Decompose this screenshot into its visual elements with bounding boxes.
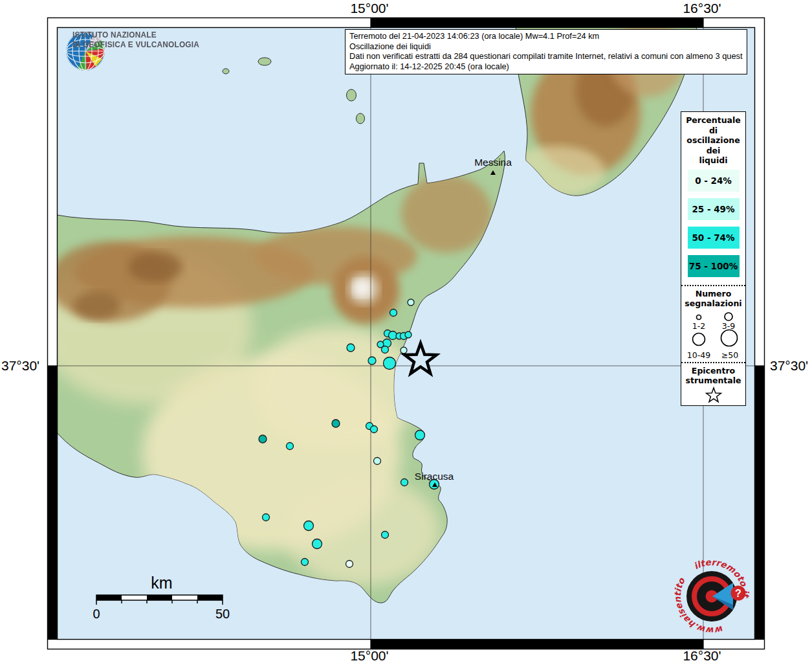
tick-label-top-15: 15°00' <box>350 1 388 16</box>
data-notice: Dati non verificati estratti da 284 ques… <box>349 51 743 62</box>
report-dot <box>332 420 340 427</box>
legend-classes: 0 - 24%25 - 49%50 - 74%75 - 100% <box>681 166 745 285</box>
legend-size-symbols: 1-2 3-9 10-49 ≥50 <box>682 309 745 362</box>
scale-bar: km 0 50 <box>78 574 246 607</box>
ingv-name-line2: DI GEOFISICA E VULCANOLOGIA <box>72 40 199 50</box>
report-dot <box>405 332 411 338</box>
legend-title: Percentuale di oscillazione dei liquidi <box>681 112 745 166</box>
legend-class-swatch: 50 - 74% <box>688 227 740 249</box>
event-info-box: Terremoto del 21-04-2023 14:06:23 (ora l… <box>345 29 747 74</box>
tick-label-bottom-15: 15°00' <box>350 648 388 663</box>
ingv-name-line1: ISTITUTO NAZIONALE <box>72 30 199 40</box>
legend-class-label: 75 - 100% <box>689 261 738 271</box>
scale-start-label: 0 <box>93 607 100 622</box>
legend-class-swatch: 0 - 24% <box>688 170 740 192</box>
city-label: Siracusa <box>415 471 454 482</box>
report-dot <box>263 514 270 521</box>
legend-signals-title: Numero segnalazioni <box>681 289 745 309</box>
legend-epicenter-title: Epicentro strumentale <box>681 366 745 386</box>
legend-signals-section: Numero segnalazioni 1-2 3-9 10-49 ≥50 <box>681 285 745 362</box>
report-dot <box>313 539 322 549</box>
report-dot <box>382 532 389 539</box>
ingv-logo: ISTITUTO NAZIONALE DI GEOFISICA E VULCAN… <box>65 30 206 50</box>
report-dot <box>287 443 294 450</box>
legend-class-swatch: 25 - 49% <box>688 198 740 220</box>
event-title: Terremoto del 21-04-2023 14:06:23 (ora l… <box>349 31 743 41</box>
report-dot <box>304 521 314 531</box>
map-figure: Messina Siracusa <box>0 0 812 663</box>
legend-class-label: 50 - 74% <box>692 232 734 243</box>
report-dot <box>390 309 397 317</box>
legend-class-label: 25 - 49% <box>692 204 734 214</box>
report-dot <box>371 426 378 433</box>
report-dot <box>401 479 408 486</box>
tick-label-right-37: 37°30' <box>770 358 808 374</box>
tick-label-bottom-16: 16°30' <box>683 648 721 663</box>
report-dot <box>346 561 353 568</box>
report-dot <box>382 346 389 354</box>
report-dot <box>374 458 381 465</box>
scale-bar-unit: km <box>110 574 214 592</box>
report-dot <box>401 347 407 354</box>
report-dot <box>384 357 396 370</box>
legend: Percentuale di oscillazione dei liquidi … <box>681 111 746 406</box>
report-dot <box>408 299 414 306</box>
report-dot <box>368 357 376 365</box>
legend-class-swatch: 75 - 100% <box>688 255 740 277</box>
report-dot <box>415 431 425 440</box>
tick-label-left-37: 37°30' <box>1 358 39 374</box>
size-label-3-9: 3-9 <box>721 321 734 331</box>
report-dot <box>259 435 267 443</box>
update-time: Aggiornato il: 14-12-2025 20:45 (ora loc… <box>349 62 743 72</box>
legend-epicenter-section: Epicentro strumentale <box>681 362 745 405</box>
size-label-50: ≥50 <box>721 350 738 360</box>
tick-label-top-16: 16°30' <box>683 1 721 16</box>
legend-epicenter-star <box>701 386 727 405</box>
size-label-1-2: 1-2 <box>692 321 705 331</box>
map-subject: Oscillazione dei liquidi <box>349 41 743 52</box>
city-label: Messina <box>474 157 512 168</box>
scale-end-label: 50 <box>215 607 230 622</box>
size-label-10-49: 10-49 <box>686 350 710 360</box>
report-dot <box>347 344 355 352</box>
scale-bar-graphic <box>78 592 246 605</box>
report-dot <box>302 559 309 566</box>
legend-class-label: 0 - 24% <box>695 175 732 186</box>
